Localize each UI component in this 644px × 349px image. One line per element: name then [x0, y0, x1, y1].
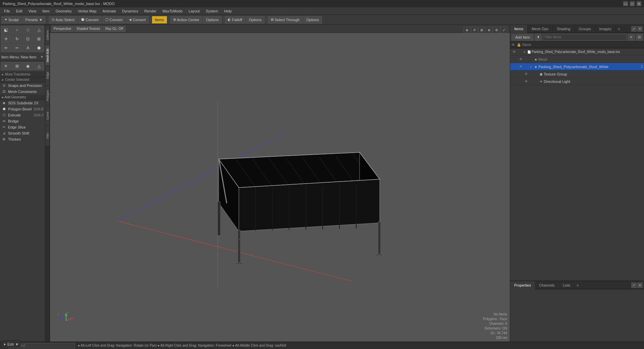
menu-geometry[interactable]: Geometry [53, 8, 74, 14]
convert2-button[interactable]: ⬡ Convert [102, 16, 126, 23]
menu-maxtomodo[interactable]: MaxToModo [160, 8, 185, 14]
tab-items[interactable]: Items [510, 25, 528, 33]
tree-eye-mesh[interactable]: 👁 [518, 57, 524, 61]
menu-help[interactable]: Help [221, 8, 234, 14]
options2-button[interactable]: Options [246, 16, 265, 23]
select-through-button[interactable]: ⊞ Select Through [268, 16, 303, 23]
tool-select-icon[interactable]: ⬕ [1, 26, 11, 34]
options1-button[interactable]: Options [203, 16, 222, 23]
vertical-tab-edge[interactable]: Edge [45, 65, 50, 85]
tree-item-texture-group[interactable]: 👁 ▣ Texture Group [510, 70, 644, 78]
viewport-zoom-icon[interactable]: ⊕ [486, 27, 492, 34]
cone-icon[interactable]: △ [34, 62, 44, 70]
tab-channels[interactable]: Channels [535, 281, 558, 289]
tool-text-icon[interactable]: A [23, 44, 34, 52]
convert3-button[interactable]: ◈ Convert [126, 16, 149, 23]
minimize-button[interactable]: — [623, 1, 628, 6]
menu-layout[interactable]: Layout [186, 8, 202, 14]
tool-move-icon[interactable]: ✛ [1, 35, 11, 43]
menu-vertex-map[interactable]: Vertex Map [75, 8, 99, 14]
viewport-snap-icon[interactable]: ⊕ [464, 27, 470, 34]
tree-item-parking[interactable]: 👁 ▸ ◈ Parking_Shed_Polycarbonate_Roof_Wh… [510, 63, 644, 70]
edge-slice-item[interactable]: ✂ Edge Slice [0, 124, 45, 130]
viewport-undo-icon[interactable]: ↺ [471, 27, 478, 34]
vertical-tab-mesh-edit[interactable]: Mesh Edit [45, 45, 50, 65]
sds-subdivide-item[interactable]: ◈ SDS Subdivide 2X [0, 100, 45, 106]
tool-triangle-icon[interactable]: △ [34, 26, 44, 34]
tree-expand-parking[interactable]: ▸ [529, 65, 533, 68]
tree-eye-parking[interactable]: 👁 [518, 65, 524, 68]
items-filter-icon[interactable]: ≡ [628, 34, 635, 41]
close-button[interactable]: ✕ [637, 1, 641, 6]
menu-render[interactable]: Render [142, 8, 159, 14]
tree-item-root[interactable]: 👁 ▾ 📄 Parking_Shed_Polycarbonate_Roof_Wh… [510, 48, 644, 56]
menu-dynamics[interactable]: Dynamics [119, 8, 141, 14]
polygon-bevel-item[interactable]: ⬟ Polygon Bevel Shift-B [0, 106, 45, 112]
tool-paint-icon[interactable]: ⬣ [34, 44, 44, 52]
viewport-grid-icon[interactable]: ⊞ [478, 27, 485, 34]
items-collapse-icon[interactable]: ⊟ [636, 34, 643, 41]
viewport-shading-btn[interactable]: Shaded Texture [74, 26, 102, 32]
tab-mesh-ops[interactable]: Mesh Ops [528, 25, 553, 33]
panel-close-btn[interactable]: ✕ [637, 26, 643, 32]
tree-item-directional-light[interactable]: 👁 ☀ Directional Light [510, 78, 644, 85]
tool-scale-icon[interactable]: ⊡ [23, 35, 34, 43]
vertical-tab-curve[interactable]: Curve [45, 105, 50, 126]
auto-select-button[interactable]: ⊙ Auto Select [49, 16, 77, 23]
items-button[interactable]: Items [152, 16, 167, 23]
falloff-button[interactable]: ◐ Falloff [225, 16, 245, 23]
center-selected-section[interactable]: ▸ Center Selected [0, 77, 45, 83]
viewport-settings-icon[interactable]: ⚙ [493, 27, 500, 34]
menu-file[interactable]: File [1, 8, 13, 14]
props-expand-btn[interactable]: ⤢ [631, 283, 637, 288]
sphere-icon[interactable]: ◉ [23, 62, 34, 70]
vertical-tab-deform[interactable]: Deform [45, 25, 50, 45]
more-transforms-section[interactable]: ▸ More Transforms [0, 72, 45, 77]
menu-system[interactable]: System [203, 8, 221, 14]
tool-pen-icon[interactable]: ✏ [1, 44, 11, 52]
bridge-item[interactable]: ⇔ Bridge [0, 118, 45, 124]
sculpt-button[interactable]: ✦ Sculpt [1, 16, 22, 23]
tree-item-mesh[interactable]: 👁 ◈ Mesh [510, 56, 644, 63]
add-geometry-section[interactable]: ▸ Add Geometry [0, 95, 45, 100]
grid-icon[interactable]: ⊞ [12, 62, 22, 70]
maximize-button[interactable]: □ [630, 1, 635, 6]
tool-knife-icon[interactable]: ✂ [12, 44, 22, 52]
vertical-tab-film[interactable]: Film [45, 126, 50, 146]
options3-button[interactable]: Options [303, 16, 322, 23]
item-type-select[interactable]: ▼ [535, 34, 542, 41]
tool-circle-icon[interactable]: ○ [12, 26, 22, 34]
tab-lists[interactable]: Lists [559, 281, 575, 289]
tree-eye-texture[interactable]: 👁 [524, 72, 529, 76]
add-item-button[interactable]: Add Item [512, 34, 534, 41]
filter-items-input[interactable] [543, 34, 627, 41]
tool-box-icon[interactable]: □ [23, 26, 34, 34]
viewport-raygl-btn[interactable]: Ray GL: Off [103, 26, 125, 32]
menu-item[interactable]: Item [40, 8, 52, 14]
props-close-btn[interactable]: ✕ [637, 283, 643, 288]
thicken-item[interactable]: ⧉ Thicken [0, 136, 45, 142]
tree-eye-light[interactable]: 👁 [524, 80, 529, 83]
tab-shading[interactable]: Shading [553, 25, 575, 33]
menu-edit[interactable]: Edit [13, 8, 25, 14]
vertical-tab-polygon[interactable]: Polygon [45, 85, 50, 105]
tool-transform-icon[interactable]: ⊞ [34, 35, 44, 43]
viewport-canvas[interactable]: Z X Y No Items Polygons : Face Channels:… [50, 33, 510, 342]
snaps-precision-item[interactable]: ⊙ Snaps and Precision [0, 83, 45, 89]
add-props-tab[interactable]: + [574, 283, 581, 288]
tool-rotate-icon[interactable]: ↻ [12, 35, 22, 43]
tree-eye-root[interactable]: 👁 [512, 50, 517, 54]
menu-animate[interactable]: Animate [100, 8, 119, 14]
item-menu-row[interactable]: Item Menu: New Item ▼ [0, 53, 45, 61]
extrude-item[interactable]: ⬡ Extrude Shift-X [0, 112, 45, 118]
convert1-button[interactable]: ⬟ Convert [78, 16, 102, 23]
panel-expand-btn[interactable]: ⤢ [631, 26, 637, 32]
menu-view[interactable]: View [26, 8, 39, 14]
presets-button[interactable]: Presets ▼ [22, 16, 46, 23]
edit-section[interactable]: ▸ Edit ▼ [2, 340, 21, 342]
tab-images[interactable]: Images [595, 25, 616, 33]
mesh-constraints-item[interactable]: ⊡ Mesh Constraints [0, 89, 45, 95]
add-panel-tab[interactable]: + [616, 25, 623, 33]
tree-expand-root[interactable]: ▾ [522, 50, 526, 54]
smooth-shift-item[interactable]: ⊿ Smooth Shift [0, 130, 45, 136]
